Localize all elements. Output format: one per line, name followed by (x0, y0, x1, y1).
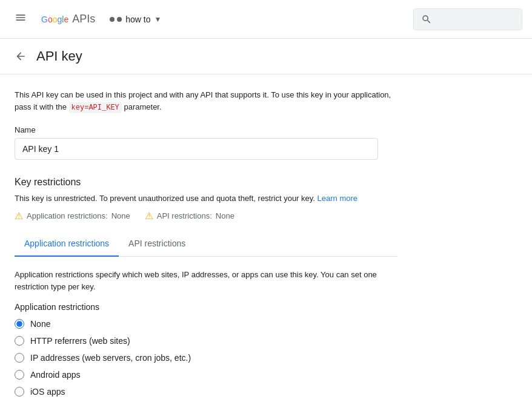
radio-group-app-restrictions: None HTTP referrers (web sites) IP addre… (15, 319, 397, 397)
search-icon (421, 14, 432, 25)
warning-icon-api: ⚠ (145, 210, 153, 222)
radio-ios-input[interactable] (15, 387, 24, 397)
radio-ios[interactable]: iOS apps (15, 387, 397, 397)
radio-http[interactable]: HTTP referrers (web sites) (15, 336, 397, 346)
key-restrictions-title: Key restrictions (15, 177, 397, 188)
app-restriction-description: Application restrictions specify which w… (15, 269, 397, 292)
app-restriction-warning-value: None (111, 211, 130, 220)
tab-application-restrictions[interactable]: Application restrictions (15, 231, 119, 257)
tabs-container: Application restrictions API restriction… (15, 231, 397, 257)
app-header: Google APIs how to ▼ (0, 0, 532, 39)
api-key-info-text: This API key can be used in this project… (15, 89, 397, 113)
back-button[interactable] (15, 50, 27, 62)
learn-more-link[interactable]: Learn more (318, 194, 357, 203)
radio-android-input[interactable] (15, 370, 24, 380)
hamburger-menu-icon[interactable] (10, 7, 32, 31)
search-box[interactable] (413, 8, 522, 30)
project-name-label: how to (125, 15, 150, 24)
name-field-group: Name (15, 125, 397, 160)
radio-none-input[interactable] (15, 319, 24, 329)
api-restriction-warning-label: API restrictions: (157, 211, 212, 220)
project-selector[interactable]: how to ▼ (110, 15, 161, 24)
main-content: This API key can be used in this project… (0, 74, 412, 402)
warning-row: ⚠ Application restrictions: None ⚠ API r… (15, 210, 397, 222)
google-logo-text: Google (41, 15, 68, 24)
name-input[interactable] (15, 138, 378, 160)
radio-http-input[interactable] (15, 336, 24, 346)
radio-ip-input[interactable] (15, 353, 24, 363)
radio-android-label: Android apps (30, 370, 81, 380)
code-snippet: key=API_KEY (69, 102, 122, 113)
restriction-info-text: This key is unrestricted. To prevent una… (15, 193, 397, 205)
project-dropdown-arrow-icon: ▼ (154, 15, 161, 24)
sub-header: API key (0, 39, 532, 74)
radio-http-label: HTTP referrers (web sites) (30, 336, 130, 346)
name-label: Name (15, 125, 397, 134)
warning-icon-app: ⚠ (15, 210, 23, 222)
app-restrictions-group-title: Application restrictions (15, 302, 397, 312)
api-restriction-warning: ⚠ API restrictions: None (145, 210, 234, 222)
app-restriction-warning: ⚠ Application restrictions: None (15, 210, 130, 222)
header-left: Google APIs how to ▼ (10, 7, 161, 31)
radio-ip[interactable]: IP addresses (web servers, cron jobs, et… (15, 353, 397, 363)
radio-android[interactable]: Android apps (15, 370, 397, 380)
api-restriction-warning-value: None (216, 211, 234, 220)
header-right (413, 8, 522, 30)
page-title: API key (36, 48, 82, 64)
project-dots-icon (110, 17, 122, 22)
radio-none[interactable]: None (15, 319, 397, 329)
google-apis-logo: Google APIs (41, 13, 95, 25)
radio-none-label: None (30, 319, 50, 329)
radio-ip-label: IP addresses (web servers, cron jobs, et… (30, 353, 191, 363)
tab-api-restrictions[interactable]: API restrictions (119, 231, 195, 257)
radio-ios-label: iOS apps (30, 387, 65, 397)
apis-label: APIs (72, 13, 95, 25)
app-restriction-warning-label: Application restrictions: (27, 211, 108, 220)
